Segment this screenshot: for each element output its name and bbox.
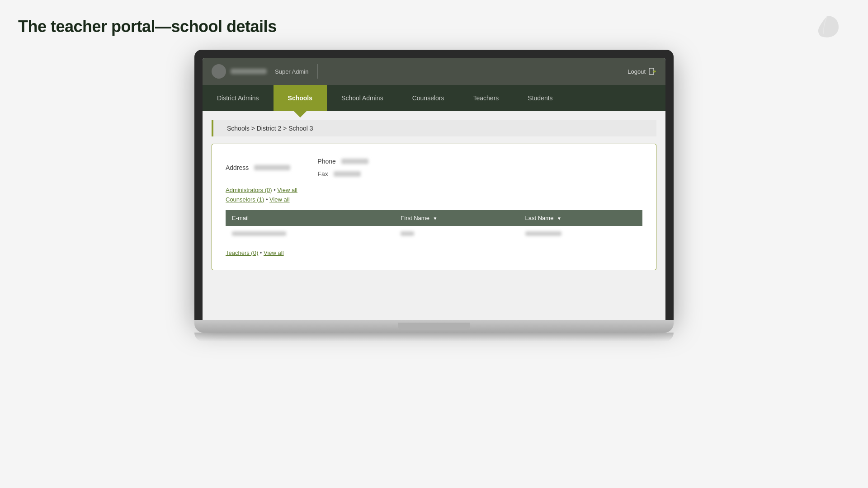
logout-label: Logout xyxy=(627,68,646,75)
breadcrumb: Schools > District 2 > School 3 xyxy=(212,120,656,136)
address-phone-row: Address Phone Fax xyxy=(226,158,642,178)
address-group: Address xyxy=(226,158,290,178)
nav-label-school-admins: School Admins xyxy=(341,94,383,102)
logout-icon xyxy=(648,67,656,75)
teachers-viewall-link[interactable]: View all xyxy=(264,249,284,256)
counselors-table: E-mail First Name ▼ Last Name ▼ xyxy=(226,210,642,242)
phone-label: Phone xyxy=(317,158,335,165)
counselors-viewall-link[interactable]: View all xyxy=(269,196,290,203)
last-name-sort-icon: ▼ xyxy=(557,216,561,221)
nav-label-students: Students xyxy=(528,94,552,102)
teachers-section: Teachers (0) • View all xyxy=(226,249,642,256)
col-email-label: E-mail xyxy=(232,215,249,221)
phone-group: Phone xyxy=(317,158,368,165)
cell-first-name xyxy=(394,226,519,242)
role-label: Super Admin xyxy=(275,68,308,75)
counselors-label: Counselors (1) xyxy=(226,196,264,203)
nav-label-district-admins: District Admins xyxy=(217,94,259,102)
administrators-section: Administrators (0) • View all xyxy=(226,187,642,193)
user-name-blurred xyxy=(231,69,267,74)
col-last-name[interactable]: Last Name ▼ xyxy=(519,210,642,226)
laptop-base xyxy=(194,320,674,333)
nav-item-students[interactable]: Students xyxy=(513,85,567,111)
col-first-name[interactable]: First Name ▼ xyxy=(394,210,519,226)
header-user: Super Admin xyxy=(212,64,318,79)
nav-item-schools[interactable]: Schools xyxy=(274,85,327,111)
detail-card: Address Phone Fax xyxy=(212,144,656,270)
nav-bar: District Admins Schools School Admins Co… xyxy=(203,85,665,111)
content-area: Schools > District 2 > School 3 Address … xyxy=(203,111,665,319)
col-first-name-label: First Name xyxy=(401,215,429,221)
administrators-label: Administrators (0) xyxy=(226,187,272,193)
cell-email xyxy=(226,226,394,242)
nav-item-teachers[interactable]: Teachers xyxy=(458,85,513,111)
nav-label-teachers: Teachers xyxy=(473,94,499,102)
logout-button[interactable]: Logout xyxy=(627,67,656,75)
app-header: Super Admin Logout xyxy=(203,58,665,85)
nav-item-district-admins[interactable]: District Admins xyxy=(203,85,274,111)
address-label: Address xyxy=(226,164,249,171)
leaf-logo xyxy=(814,14,841,41)
last-name-blurred xyxy=(525,231,561,236)
table-row xyxy=(226,226,642,242)
screen: Super Admin Logout District Admins Schoo… xyxy=(203,58,665,320)
teachers-label: Teachers (0) xyxy=(226,249,258,256)
nav-item-school-admins[interactable]: School Admins xyxy=(327,85,398,111)
nav-item-counselors[interactable]: Counselors xyxy=(398,85,459,111)
phone-value xyxy=(341,159,368,164)
first-name-blurred xyxy=(401,231,414,236)
administrators-viewall-link[interactable]: View all xyxy=(277,187,297,193)
fax-label: Fax xyxy=(317,170,328,178)
page-title: The teacher portal—school details xyxy=(18,17,277,36)
nav-label-schools: Schools xyxy=(288,94,312,102)
laptop-bezel: Super Admin Logout District Admins Schoo… xyxy=(194,50,674,320)
cell-last-name xyxy=(519,226,642,242)
phone-fax-group: Phone Fax xyxy=(317,158,368,178)
col-last-name-label: Last Name xyxy=(525,215,554,221)
avatar xyxy=(212,64,226,79)
fax-value xyxy=(334,171,361,177)
laptop-shadow xyxy=(194,333,674,342)
col-email: E-mail xyxy=(226,210,394,226)
fax-group: Fax xyxy=(317,170,368,178)
laptop-wrapper: Super Admin Logout District Admins Schoo… xyxy=(194,50,674,342)
nav-label-counselors: Counselors xyxy=(412,94,444,102)
email-blurred xyxy=(232,231,286,236)
counselors-section: Counselors (1) • View all xyxy=(226,196,642,203)
address-value xyxy=(254,165,290,170)
first-name-sort-icon: ▼ xyxy=(433,216,438,221)
